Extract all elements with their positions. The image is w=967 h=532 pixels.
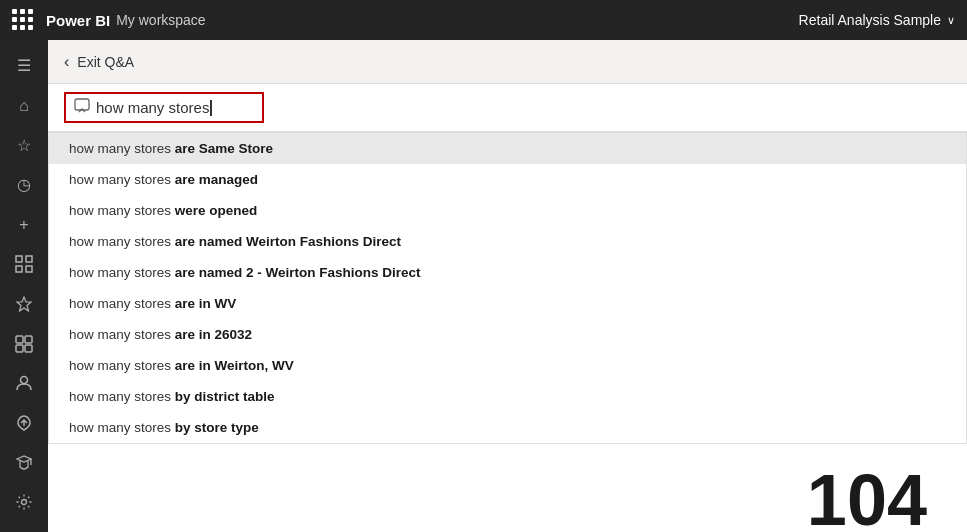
suggestion-item[interactable]: how many stores are named 2 - Weirton Fa… bbox=[49, 257, 966, 288]
suggestion-bold-text: are in Weirton, WV bbox=[175, 358, 294, 373]
suggestion-normal-text: how many stores bbox=[69, 358, 175, 373]
suggestion-item[interactable]: how many stores are named Weirton Fashio… bbox=[49, 226, 966, 257]
settings-icon[interactable] bbox=[6, 484, 42, 520]
exit-bar: ‹ Exit Q&A bbox=[48, 40, 967, 84]
svg-rect-6 bbox=[16, 345, 23, 352]
apps-icon[interactable] bbox=[6, 326, 42, 362]
cursor-indicator bbox=[210, 100, 212, 116]
recent-icon[interactable]: ◷ bbox=[6, 167, 42, 203]
report-title: Retail Analysis Sample ∨ bbox=[799, 12, 955, 28]
suggestion-item[interactable]: how many stores are managed bbox=[49, 164, 966, 195]
suggestion-bold-text: are named 2 - Weirton Fashions Direct bbox=[175, 265, 421, 280]
svg-rect-2 bbox=[16, 266, 22, 272]
suggestion-normal-text: how many stores bbox=[69, 203, 175, 218]
back-arrow-icon: ‹ bbox=[64, 53, 69, 71]
main-layout: ☰ ⌂ ☆ ◷ + bbox=[0, 40, 967, 532]
svg-rect-5 bbox=[25, 336, 32, 343]
apps-grid-icon[interactable] bbox=[12, 9, 34, 31]
suggestion-bold-text: are Same Store bbox=[175, 141, 273, 156]
search-area: how many stores bbox=[48, 84, 967, 133]
learn-icon[interactable] bbox=[6, 445, 42, 481]
sidebar: ☰ ⌂ ☆ ◷ + bbox=[0, 40, 48, 532]
suggestion-bold-text: by store type bbox=[175, 420, 259, 435]
exit-qa-button[interactable]: ‹ Exit Q&A bbox=[64, 53, 134, 71]
result-area: 104 Count of Store bbox=[48, 444, 967, 532]
browse-icon[interactable] bbox=[6, 246, 42, 282]
suggestion-item[interactable]: how many stores were opened bbox=[49, 195, 966, 226]
qa-icon bbox=[74, 98, 90, 117]
create-icon[interactable]: + bbox=[6, 207, 42, 243]
suggestion-item[interactable]: how many stores by store type bbox=[49, 412, 966, 443]
suggestion-normal-text: how many stores bbox=[69, 172, 175, 187]
suggestion-bold-text: were opened bbox=[175, 203, 258, 218]
suggestion-normal-text: how many stores bbox=[69, 327, 175, 342]
suggestion-item[interactable]: how many stores are Same Store bbox=[49, 133, 966, 164]
home-icon[interactable]: ⌂ bbox=[6, 88, 42, 124]
suggestion-normal-text: how many stores bbox=[69, 141, 175, 156]
chevron-down-icon[interactable]: ∨ bbox=[947, 14, 955, 27]
suggestion-bold-text: are named Weirton Fashions Direct bbox=[175, 234, 401, 249]
suggestion-item[interactable]: how many stores are in WV bbox=[49, 288, 966, 319]
svg-rect-7 bbox=[25, 345, 32, 352]
suggestion-normal-text: how many stores bbox=[69, 420, 175, 435]
svg-point-8 bbox=[21, 377, 28, 384]
report-name: Retail Analysis Sample bbox=[799, 12, 941, 28]
suggestion-bold-text: by district table bbox=[175, 389, 275, 404]
suggestion-normal-text: how many stores bbox=[69, 389, 175, 404]
svg-point-10 bbox=[22, 500, 27, 505]
svg-rect-3 bbox=[26, 266, 32, 272]
deploy-icon[interactable] bbox=[6, 405, 42, 441]
search-query-text: how many stores bbox=[96, 99, 209, 116]
goals-icon[interactable] bbox=[6, 286, 42, 322]
powerbi-logo: Power BI bbox=[46, 12, 110, 29]
exit-qa-label: Exit Q&A bbox=[77, 54, 134, 70]
suggestions-dropdown: how many stores are Same Storehow many s… bbox=[48, 133, 967, 444]
people-icon[interactable] bbox=[6, 365, 42, 401]
content-area: ‹ Exit Q&A how many stores how many stor… bbox=[48, 40, 967, 532]
suggestion-normal-text: how many stores bbox=[69, 265, 175, 280]
workspace-label[interactable]: My workspace bbox=[116, 12, 205, 28]
suggestion-normal-text: how many stores bbox=[69, 234, 175, 249]
hamburger-icon[interactable]: ☰ bbox=[6, 48, 42, 84]
suggestion-item[interactable]: how many stores by district table bbox=[49, 381, 966, 412]
suggestion-item[interactable]: how many stores are in Weirton, WV bbox=[49, 350, 966, 381]
svg-rect-1 bbox=[26, 256, 32, 262]
favorites-icon[interactable]: ☆ bbox=[6, 127, 42, 163]
suggestion-bold-text: are in 26032 bbox=[175, 327, 252, 342]
suggestion-bold-text: are in WV bbox=[175, 296, 237, 311]
search-box[interactable]: how many stores bbox=[64, 92, 264, 123]
suggestion-item[interactable]: how many stores are in 26032 bbox=[49, 319, 966, 350]
count-display: 104 Count of Store bbox=[807, 464, 927, 532]
count-number: 104 bbox=[807, 464, 927, 532]
suggestion-normal-text: how many stores bbox=[69, 296, 175, 311]
suggestion-bold-text: are managed bbox=[175, 172, 258, 187]
svg-rect-0 bbox=[16, 256, 22, 262]
topbar: Power BI My workspace Retail Analysis Sa… bbox=[0, 0, 967, 40]
svg-rect-4 bbox=[16, 336, 23, 343]
